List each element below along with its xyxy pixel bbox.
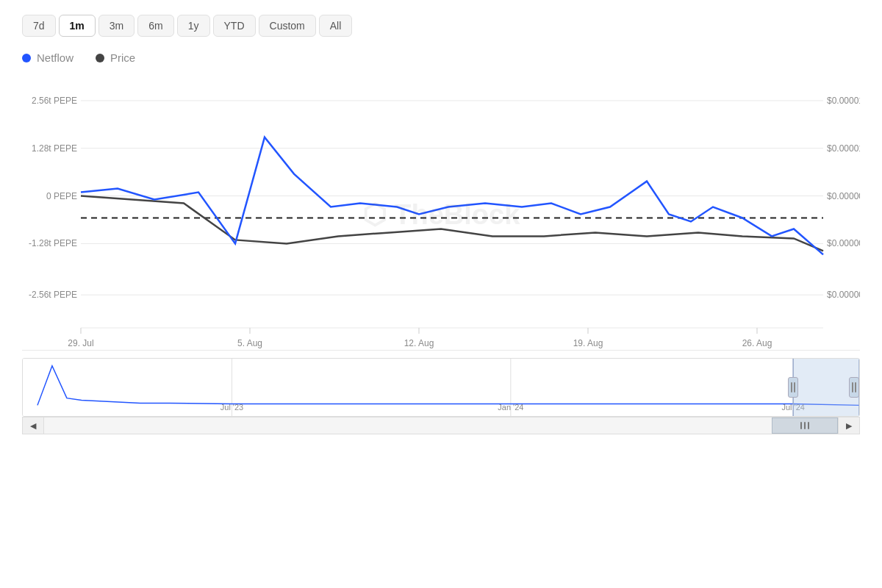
netflow-dot <box>22 54 31 62</box>
scroll-right-icon: ▶ <box>846 421 852 431</box>
time-btn-6m[interactable]: 6m <box>137 15 173 37</box>
mini-chart-handle-left[interactable] <box>788 377 798 398</box>
svg-text:5. Aug: 5. Aug <box>237 338 262 348</box>
svg-text:29. Jul: 29. Jul <box>68 338 93 348</box>
price-dot <box>96 54 104 62</box>
handle-line <box>855 382 856 392</box>
legend-netflow: Netflow <box>22 51 74 64</box>
mini-chart[interactable]: Jul '23 Jan '24 Jul '24 <box>22 358 860 417</box>
netflow-label: Netflow <box>37 51 74 64</box>
handle-line <box>852 382 853 392</box>
svg-text:$0.000003: $0.000003 <box>827 290 860 300</box>
scroll-left-icon: ◀ <box>30 421 36 431</box>
thumb-grip <box>800 422 802 429</box>
svg-text:-1.28t PEPE: -1.28t PEPE <box>29 238 77 248</box>
svg-text:$0.000015: $0.000015 <box>827 96 860 106</box>
legend-price: Price <box>96 51 135 64</box>
time-btn-custom[interactable]: Custom <box>259 15 316 37</box>
handle-line <box>794 382 795 392</box>
chart-legend: Netflow Price <box>22 51 860 64</box>
time-btn-ytd[interactable]: YTD <box>213 15 256 37</box>
svg-rect-27 <box>23 359 859 416</box>
svg-text:2.56t PEPE: 2.56t PEPE <box>32 96 77 106</box>
thumb-grip <box>804 422 806 429</box>
scroll-thumb[interactable] <box>772 417 838 434</box>
svg-text:$0.000012: $0.000012 <box>827 143 860 154</box>
svg-text:19. Aug: 19. Aug <box>573 338 603 348</box>
mini-chart-svg: Jul '23 Jan '24 Jul '24 <box>23 359 859 416</box>
time-range-selector: 7d 1m 3m 6m 1y YTD Custom All <box>22 15 860 37</box>
svg-text:$0.000006: $0.000006 <box>827 238 860 248</box>
time-btn-1y[interactable]: 1y <box>177 15 210 37</box>
scroll-right-button[interactable]: ▶ <box>838 417 860 434</box>
svg-text:Jul '23: Jul '23 <box>220 403 243 412</box>
svg-text:Jan '24: Jan '24 <box>498 403 523 412</box>
svg-text:1.28t PEPE: 1.28t PEPE <box>32 143 77 154</box>
scroll-bar: ◀ ▶ <box>22 417 860 434</box>
time-btn-7d[interactable]: 7d <box>22 15 56 37</box>
svg-text:12. Aug: 12. Aug <box>404 338 434 348</box>
time-btn-1m[interactable]: 1m <box>59 15 96 37</box>
svg-text:26. Aug: 26. Aug <box>742 338 772 348</box>
handle-line <box>791 382 792 392</box>
mini-chart-handle-right[interactable] <box>849 377 859 398</box>
svg-text:-2.56t PEPE: -2.56t PEPE <box>29 290 77 300</box>
thumb-grip <box>808 422 809 429</box>
time-btn-3m[interactable]: 3m <box>98 15 135 37</box>
main-chart: ⬡ TheBlock 2.56t PEPE 1.28t PEPE 0 PEPE … <box>22 79 860 351</box>
svg-text:0 PEPE: 0 PEPE <box>46 191 77 201</box>
time-btn-all[interactable]: All <box>319 15 353 37</box>
scroll-left-button[interactable]: ◀ <box>22 417 44 434</box>
price-label: Price <box>110 51 135 64</box>
chart-svg: 2.56t PEPE 1.28t PEPE 0 PEPE -1.28t PEPE… <box>22 79 860 350</box>
svg-text:$0.000009: $0.000009 <box>827 191 860 201</box>
mini-chart-wrapper: Jul '23 Jan '24 Jul '24 <box>22 358 860 434</box>
scroll-track[interactable] <box>44 417 838 434</box>
